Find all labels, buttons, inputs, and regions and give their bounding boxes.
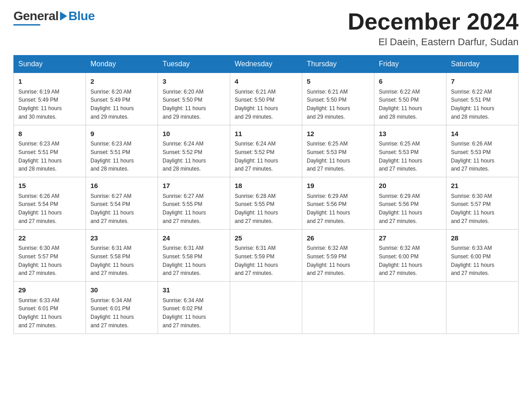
calendar-day-cell: 27 Sunrise: 6:32 AMSunset: 6:00 PMDaylig… xyxy=(374,229,446,282)
calendar-day-cell: 28 Sunrise: 6:33 AMSunset: 6:00 PMDaylig… xyxy=(446,229,519,282)
day-number: 21 xyxy=(451,181,514,191)
day-number: 20 xyxy=(379,181,442,191)
day-info: Sunrise: 6:30 AMSunset: 5:57 PMDaylight:… xyxy=(451,193,494,224)
day-number: 6 xyxy=(379,77,442,87)
calendar-day-cell xyxy=(446,282,519,334)
day-info: Sunrise: 6:21 AMSunset: 5:50 PMDaylight:… xyxy=(235,89,278,120)
calendar-day-cell: 18 Sunrise: 6:28 AMSunset: 5:55 PMDaylig… xyxy=(230,177,302,230)
calendar-day-cell: 12 Sunrise: 6:25 AMSunset: 5:53 PMDaylig… xyxy=(302,125,374,177)
calendar-day-cell: 8 Sunrise: 6:23 AMSunset: 5:51 PMDayligh… xyxy=(14,125,86,177)
day-info: Sunrise: 6:31 AMSunset: 5:58 PMDaylight:… xyxy=(90,245,134,276)
calendar-week-row: 22 Sunrise: 6:30 AMSunset: 5:57 PMDaylig… xyxy=(14,229,519,282)
day-number: 16 xyxy=(90,181,153,191)
calendar-day-cell: 4 Sunrise: 6:21 AMSunset: 5:50 PMDayligh… xyxy=(230,73,302,125)
day-info: Sunrise: 6:29 AMSunset: 5:56 PMDaylight:… xyxy=(307,193,350,224)
day-number: 7 xyxy=(451,77,514,87)
day-of-week-header: Thursday xyxy=(302,56,374,73)
day-info: Sunrise: 6:22 AMSunset: 5:51 PMDaylight:… xyxy=(451,89,494,120)
day-number: 23 xyxy=(90,233,153,244)
calendar-day-cell: 3 Sunrise: 6:20 AMSunset: 5:50 PMDayligh… xyxy=(158,73,230,125)
day-info: Sunrise: 6:21 AMSunset: 5:50 PMDaylight:… xyxy=(307,89,350,120)
day-info: Sunrise: 6:25 AMSunset: 5:53 PMDaylight:… xyxy=(379,141,422,172)
day-info: Sunrise: 6:20 AMSunset: 5:49 PMDaylight:… xyxy=(90,89,134,120)
day-number: 13 xyxy=(379,129,442,139)
calendar-day-cell: 9 Sunrise: 6:23 AMSunset: 5:51 PMDayligh… xyxy=(86,125,158,177)
day-info: Sunrise: 6:27 AMSunset: 5:55 PMDaylight:… xyxy=(163,193,206,224)
calendar-day-cell xyxy=(230,282,302,334)
day-info: Sunrise: 6:26 AMSunset: 5:53 PMDaylight:… xyxy=(451,141,494,172)
calendar-day-cell: 24 Sunrise: 6:31 AMSunset: 5:58 PMDaylig… xyxy=(158,229,230,282)
calendar-day-cell: 17 Sunrise: 6:27 AMSunset: 5:55 PMDaylig… xyxy=(158,177,230,230)
day-of-week-header: Wednesday xyxy=(230,56,302,73)
day-number: 11 xyxy=(235,129,297,139)
day-info: Sunrise: 6:34 AMSunset: 6:01 PMDaylight:… xyxy=(90,297,134,329)
calendar-day-cell: 25 Sunrise: 6:31 AMSunset: 5:59 PMDaylig… xyxy=(230,229,302,282)
day-info: Sunrise: 6:29 AMSunset: 5:56 PMDaylight:… xyxy=(379,193,422,224)
day-number: 31 xyxy=(163,285,225,295)
calendar-day-cell: 6 Sunrise: 6:22 AMSunset: 5:50 PMDayligh… xyxy=(374,73,446,125)
day-info: Sunrise: 6:26 AMSunset: 5:54 PMDaylight:… xyxy=(18,193,62,224)
calendar-day-cell: 29 Sunrise: 6:33 AMSunset: 6:01 PMDaylig… xyxy=(14,282,86,334)
day-info: Sunrise: 6:27 AMSunset: 5:54 PMDaylight:… xyxy=(90,193,134,224)
day-number: 9 xyxy=(90,129,153,139)
day-of-week-header: Sunday xyxy=(14,56,86,73)
calendar-day-cell: 7 Sunrise: 6:22 AMSunset: 5:51 PMDayligh… xyxy=(446,73,519,125)
calendar-day-cell: 13 Sunrise: 6:25 AMSunset: 5:53 PMDaylig… xyxy=(374,125,446,177)
calendar-day-cell: 20 Sunrise: 6:29 AMSunset: 5:56 PMDaylig… xyxy=(374,177,446,230)
calendar-day-cell: 19 Sunrise: 6:29 AMSunset: 5:56 PMDaylig… xyxy=(302,177,374,230)
day-info: Sunrise: 6:31 AMSunset: 5:59 PMDaylight:… xyxy=(235,245,278,276)
day-of-week-header: Friday xyxy=(374,56,446,73)
calendar-day-cell: 2 Sunrise: 6:20 AMSunset: 5:49 PMDayligh… xyxy=(86,73,158,125)
calendar-day-cell: 30 Sunrise: 6:34 AMSunset: 6:01 PMDaylig… xyxy=(86,282,158,334)
day-number: 24 xyxy=(163,233,225,244)
day-info: Sunrise: 6:33 AMSunset: 6:00 PMDaylight:… xyxy=(451,245,494,276)
day-info: Sunrise: 6:25 AMSunset: 5:53 PMDaylight:… xyxy=(307,141,350,172)
calendar-header-row: SundayMondayTuesdayWednesdayThursdayFrid… xyxy=(14,56,519,73)
day-number: 10 xyxy=(163,129,225,139)
day-info: Sunrise: 6:28 AMSunset: 5:55 PMDaylight:… xyxy=(235,193,278,224)
calendar-day-cell: 26 Sunrise: 6:32 AMSunset: 5:59 PMDaylig… xyxy=(302,229,374,282)
page-header: General Blue December 2024 El Daein, Eas… xyxy=(13,9,519,48)
day-number: 19 xyxy=(307,181,369,191)
calendar-day-cell: 5 Sunrise: 6:21 AMSunset: 5:50 PMDayligh… xyxy=(302,73,374,125)
calendar-week-row: 15 Sunrise: 6:26 AMSunset: 5:54 PMDaylig… xyxy=(14,177,519,230)
day-number: 14 xyxy=(451,129,514,139)
day-of-week-header: Tuesday xyxy=(158,56,230,73)
day-number: 17 xyxy=(163,181,225,191)
day-of-week-header: Monday xyxy=(86,56,158,73)
calendar-day-cell xyxy=(374,282,446,334)
day-number: 4 xyxy=(235,77,297,87)
day-number: 29 xyxy=(18,285,81,295)
calendar-day-cell: 11 Sunrise: 6:24 AMSunset: 5:52 PMDaylig… xyxy=(230,125,302,177)
day-info: Sunrise: 6:32 AMSunset: 5:59 PMDaylight:… xyxy=(307,245,350,276)
day-number: 27 xyxy=(379,233,442,244)
day-number: 15 xyxy=(18,181,81,191)
calendar-day-cell: 31 Sunrise: 6:34 AMSunset: 6:02 PMDaylig… xyxy=(158,282,230,334)
day-info: Sunrise: 6:30 AMSunset: 5:57 PMDaylight:… xyxy=(18,245,62,276)
logo: General Blue xyxy=(13,9,94,26)
calendar-day-cell: 21 Sunrise: 6:30 AMSunset: 5:57 PMDaylig… xyxy=(446,177,519,230)
day-info: Sunrise: 6:24 AMSunset: 5:52 PMDaylight:… xyxy=(235,141,278,172)
day-info: Sunrise: 6:32 AMSunset: 6:00 PMDaylight:… xyxy=(379,245,422,276)
calendar-day-cell: 22 Sunrise: 6:30 AMSunset: 5:57 PMDaylig… xyxy=(14,229,86,282)
day-number: 1 xyxy=(18,77,81,87)
day-number: 25 xyxy=(235,233,297,244)
day-number: 12 xyxy=(307,129,369,139)
day-number: 2 xyxy=(90,77,153,87)
calendar-day-cell: 16 Sunrise: 6:27 AMSunset: 5:54 PMDaylig… xyxy=(86,177,158,230)
logo-underline xyxy=(13,24,40,26)
calendar-week-row: 1 Sunrise: 6:19 AMSunset: 5:49 PMDayligh… xyxy=(14,73,519,125)
day-number: 3 xyxy=(163,77,225,87)
calendar-day-cell: 1 Sunrise: 6:19 AMSunset: 5:49 PMDayligh… xyxy=(14,73,86,125)
day-info: Sunrise: 6:23 AMSunset: 5:51 PMDaylight:… xyxy=(90,141,134,172)
calendar-day-cell: 23 Sunrise: 6:31 AMSunset: 5:58 PMDaylig… xyxy=(86,229,158,282)
day-of-week-header: Saturday xyxy=(446,56,519,73)
calendar-table: SundayMondayTuesdayWednesdayThursdayFrid… xyxy=(13,55,519,334)
day-number: 28 xyxy=(451,233,514,244)
day-number: 18 xyxy=(235,181,297,191)
day-number: 5 xyxy=(307,77,369,87)
calendar-day-cell: 14 Sunrise: 6:26 AMSunset: 5:53 PMDaylig… xyxy=(446,125,519,177)
day-info: Sunrise: 6:31 AMSunset: 5:58 PMDaylight:… xyxy=(163,245,206,276)
day-number: 30 xyxy=(90,285,153,295)
day-number: 22 xyxy=(18,233,81,244)
